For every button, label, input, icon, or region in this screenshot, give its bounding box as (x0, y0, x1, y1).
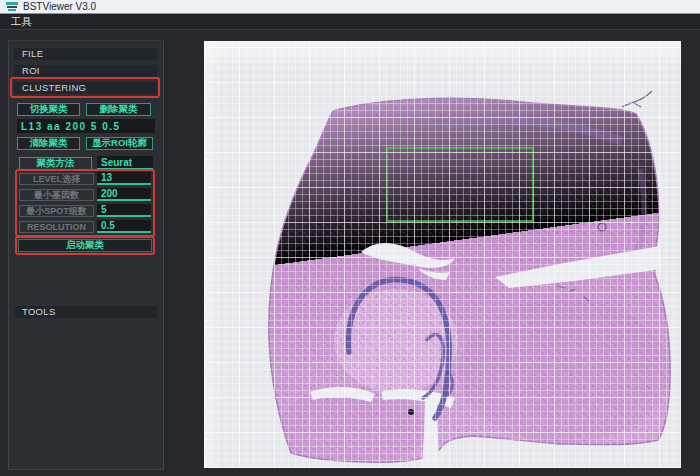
min-gene-count-input[interactable]: 200 (97, 188, 151, 201)
level-select-label: LEVEL选择 (19, 173, 94, 185)
resolution-label: RESOLUTION (19, 221, 94, 233)
cluster-method-label: 聚类方法 (19, 157, 92, 170)
tissue-image (204, 41, 681, 468)
sidebar: FILE ROI CLUSTERING 切换聚类 删除聚类 L13 aa 200… (8, 40, 164, 470)
tissue-dark-spot (408, 409, 414, 415)
delete-cluster-button[interactable]: 删除聚类 (86, 103, 151, 116)
min-spot-group-input[interactable]: 5 (97, 204, 151, 217)
clear-cluster-button[interactable]: 清除聚类 (17, 137, 80, 150)
resolution-input[interactable]: 0.5 (97, 220, 151, 233)
sidebar-section-tools[interactable]: TOOLS (14, 306, 157, 318)
slide-viewer[interactable] (204, 41, 681, 468)
sidebar-section-file[interactable]: FILE (14, 48, 157, 60)
app-window: BSTViewer V3.0 工具 FILE ROI CLUSTERING 切换… (0, 0, 700, 476)
switch-cluster-button[interactable]: 切换聚类 (17, 103, 80, 116)
min-gene-count-label: 最小基因数 (19, 189, 94, 201)
show-roi-outline-button[interactable]: 显示ROI轮廓 (86, 137, 153, 150)
title-bar: BSTViewer V3.0 (0, 0, 700, 14)
min-spot-group-label: 最小SPOT组数 (19, 205, 94, 217)
current-cluster-field[interactable]: L13 aa 200 5 0.5 (17, 119, 155, 133)
sidebar-section-roi[interactable]: ROI (14, 65, 157, 77)
level-select-input[interactable]: 13 (97, 172, 151, 185)
sidebar-section-clustering[interactable]: CLUSTERING (14, 82, 157, 94)
start-clustering-button[interactable]: 启动聚类 (18, 239, 152, 252)
cluster-method-value[interactable]: Seurat (97, 156, 153, 170)
menu-bar: 工具 (0, 14, 700, 30)
menu-item-tools[interactable]: 工具 (7, 15, 36, 29)
window-title: BSTViewer V3.0 (23, 1, 96, 12)
app-logo-icon (6, 2, 18, 11)
